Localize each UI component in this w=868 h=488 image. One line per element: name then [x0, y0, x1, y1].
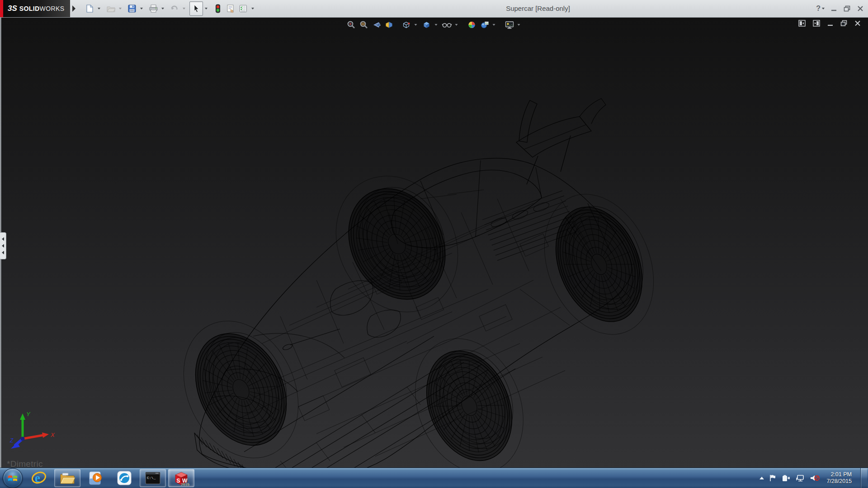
rebuild-traffic-light-icon: [215, 4, 221, 14]
show-hidden-icons-button[interactable]: [760, 477, 764, 479]
brand-accent-strip: [0, 0, 3, 17]
print-icon: [149, 4, 158, 13]
close-button[interactable]: [857, 5, 863, 12]
restore-button[interactable]: [844, 5, 851, 12]
svg-text:e: e: [35, 471, 40, 485]
start-button[interactable]: [3, 468, 23, 488]
select-tool-button[interactable]: [189, 1, 203, 16]
taskbar-item-command-prompt[interactable]: C:\_: [140, 469, 166, 487]
view-orientation-dropdown[interactable]: [414, 19, 418, 30]
display-style-button[interactable]: [421, 19, 432, 30]
print-button[interactable]: [147, 2, 160, 15]
new-document-icon: [85, 4, 94, 13]
section-view-button[interactable]: [384, 19, 395, 30]
save-dropdown[interactable]: [138, 2, 144, 15]
hide-show-items-dropdown[interactable]: [454, 19, 459, 30]
windows-taskbar: e: [0, 468, 868, 488]
help-button[interactable]: ?: [816, 5, 825, 13]
taskbar-item-internet-explorer[interactable]: e: [26, 469, 52, 487]
document-minimize-button[interactable]: [827, 20, 834, 27]
show-desktop-button[interactable]: [860, 468, 867, 488]
taskbar-clock[interactable]: 2:01 PM 7/28/2015: [826, 471, 852, 485]
print-dropdown[interactable]: [160, 2, 165, 15]
view-orientation-label: *Dimetric: [7, 459, 43, 468]
document-window-controls: [798, 20, 861, 27]
triad-x-label: X: [50, 432, 55, 438]
action-center-flag-icon[interactable]: [769, 474, 777, 482]
svg-text:S: S: [177, 478, 180, 484]
featuremanager-pane-left-button[interactable]: [798, 20, 806, 27]
windows-flag-icon: [8, 474, 18, 483]
display-style-dropdown[interactable]: [434, 19, 439, 30]
edrawings-icon: [117, 471, 132, 485]
collapse-arrow-icon: [2, 244, 4, 248]
zoom-to-area-button[interactable]: [359, 19, 369, 30]
media-player-icon: [89, 471, 103, 485]
edit-appearance-button[interactable]: [467, 19, 477, 30]
taskbar-item-edrawings[interactable]: [111, 469, 137, 487]
open-dropdown[interactable]: [117, 2, 123, 15]
solidworks-2015-icon: S W 2015: [173, 470, 189, 486]
document-title: Supercar [Read-only]: [461, 0, 615, 17]
graphics-viewport[interactable]: Y X Z *Dimetric: [0, 17, 868, 468]
rebuild-button[interactable]: [212, 2, 224, 15]
file-properties-button[interactable]: [224, 2, 237, 15]
heads-up-view-toolbar: [346, 19, 523, 30]
help-dropdown-icon[interactable]: [822, 8, 825, 9]
hide-show-items-eyeglasses-icon: [442, 20, 452, 29]
view-settings-dropdown[interactable]: [517, 19, 521, 30]
options-checklist-icon: [239, 4, 248, 13]
view-orientation-icon: [402, 20, 411, 29]
save-button[interactable]: [126, 2, 138, 15]
options-button[interactable]: [237, 2, 250, 15]
collapse-arrow-icon: [2, 237, 4, 241]
section-view-icon: [385, 20, 394, 29]
command-prompt-icon: C:\_: [145, 472, 160, 484]
titlebar: 3SSOLIDWORKS: [0, 0, 868, 18]
file-properties-icon: [226, 4, 236, 13]
clock-time: 2:01 PM: [826, 471, 852, 478]
svg-text:C:\_: C:\_: [147, 476, 156, 480]
svg-text:2015: 2015: [181, 482, 189, 486]
document-close-button[interactable]: [854, 20, 861, 27]
apply-scene-dropdown[interactable]: [492, 19, 496, 30]
select-tool-dropdown[interactable]: [203, 2, 209, 15]
zoom-to-fit-button[interactable]: [346, 19, 357, 30]
save-floppy-icon: [127, 4, 137, 13]
taskbar-item-media-player[interactable]: [83, 469, 109, 487]
network-icon[interactable]: [796, 474, 805, 482]
volume-muted-icon[interactable]: [810, 474, 820, 482]
previous-view-button[interactable]: [371, 19, 382, 30]
document-restore-button[interactable]: [840, 20, 848, 27]
solidworks-logo: 3SSOLIDWORKS: [3, 0, 70, 17]
zoom-to-fit-icon: [347, 20, 356, 29]
previous-view-icon: [372, 20, 381, 29]
minimize-button[interactable]: [831, 5, 837, 12]
select-cursor-icon: [192, 4, 200, 13]
window-controls: ?: [816, 0, 863, 17]
new-document-dropdown[interactable]: [96, 2, 102, 15]
wireframe-supercar-model: [0, 17, 868, 468]
power-battery-icon[interactable]: [782, 474, 791, 482]
apply-scene-button[interactable]: [479, 19, 490, 30]
options-dropdown[interactable]: [250, 2, 255, 15]
open-folder-icon: [106, 4, 116, 13]
zoom-to-area-icon: [359, 20, 368, 29]
view-settings-monitor-icon: [505, 20, 514, 29]
featuremanager-flyout-tab[interactable]: [0, 232, 6, 259]
taskbar-item-windows-explorer[interactable]: [54, 469, 80, 487]
featuremanager-pane-right-button[interactable]: [813, 20, 821, 27]
new-document-button[interactable]: [83, 2, 96, 15]
triad-y-label: Y: [26, 411, 31, 418]
view-settings-button[interactable]: [504, 19, 515, 30]
taskbar-item-solidworks-2015[interactable]: S W 2015: [168, 469, 194, 487]
system-tray: 2:01 PM 7/28/2015: [760, 468, 868, 488]
undo-button[interactable]: [168, 2, 181, 15]
triad-z-label: Z: [9, 437, 14, 444]
view-orientation-button[interactable]: [401, 19, 412, 30]
undo-dropdown[interactable]: [181, 2, 187, 15]
open-button[interactable]: [104, 2, 117, 15]
hide-show-items-button[interactable]: [442, 19, 453, 30]
undo-icon: [170, 4, 179, 13]
menu-expand-arrow-icon[interactable]: [72, 5, 75, 12]
